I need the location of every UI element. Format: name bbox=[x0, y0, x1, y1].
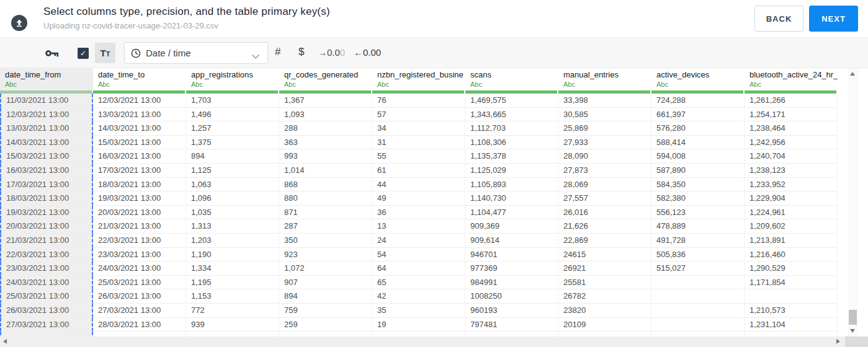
text-type-button[interactable]: Tt bbox=[95, 43, 115, 63]
horizontal-scrollbar[interactable] bbox=[0, 336, 845, 347]
table-cell: 1,140,730 bbox=[465, 191, 558, 206]
table-cell: 582,380 bbox=[651, 191, 745, 206]
table-cell: 16/03/2021 13:00 bbox=[0, 164, 93, 178]
column-name: manual_entries bbox=[563, 70, 651, 79]
currency-type-button[interactable]: $ bbox=[298, 46, 304, 58]
scroll-right-arrow-icon[interactable] bbox=[836, 339, 840, 344]
column-type-toolbar: ✓ Tt Date / time # $ →0.00 ←0.00 bbox=[0, 38, 868, 68]
decrease-decimal-button[interactable]: ←0.00 bbox=[354, 47, 381, 58]
table-cell: 21/03/2021 13:00 bbox=[93, 219, 186, 234]
back-button[interactable]: BACK bbox=[754, 6, 803, 32]
column-header-app_registrations[interactable]: app_registrationsAbc bbox=[186, 68, 279, 94]
scroll-left-arrow-icon[interactable] bbox=[3, 339, 7, 344]
table-cell: 12/03/2021 13:00 bbox=[93, 94, 186, 108]
scroll-down-arrow-icon[interactable] bbox=[850, 329, 855, 333]
table-cell: 984991 bbox=[465, 276, 558, 290]
column-header-date_time_to[interactable]: date_time_toAbc bbox=[93, 68, 186, 94]
table-cell: 28,090 bbox=[558, 149, 651, 164]
vertical-scrollbar-thumb[interactable] bbox=[849, 310, 857, 325]
column-type-badge: Abc bbox=[5, 81, 93, 88]
table-cell bbox=[651, 332, 745, 336]
next-button[interactable]: NEXT bbox=[809, 6, 858, 32]
table-cell: 28,069 bbox=[558, 178, 651, 192]
table-cell: 25,869 bbox=[558, 121, 651, 136]
scroll-up-arrow-icon[interactable] bbox=[850, 72, 855, 76]
table-row: 22/03/2021 13:0023/03/2021 13:001,190923… bbox=[0, 248, 838, 262]
table-cell: 57 bbox=[372, 108, 465, 122]
checkmark-icon: ✓ bbox=[80, 49, 86, 58]
column-header-qr_codes_generated[interactable]: qr_codes_generatedAbc bbox=[279, 68, 372, 94]
column-type-badge: Abc bbox=[284, 81, 372, 88]
table-cell: 14/03/2021 13:00 bbox=[0, 136, 93, 150]
table-cell: 65 bbox=[372, 276, 465, 290]
table-cell: 1,229,904 bbox=[745, 191, 838, 206]
table-cell: 28/03/2021 13:00 bbox=[93, 318, 186, 332]
table-cell: 1008250 bbox=[465, 289, 558, 304]
increase-decimal-button[interactable]: →0.00 bbox=[318, 47, 345, 58]
column-header-nzbn_registered_busine[interactable]: nzbn_registered_busineAbc bbox=[372, 68, 465, 94]
table-cell: 993 bbox=[279, 149, 372, 164]
table-cell: 19/03/2021 13:00 bbox=[93, 191, 186, 206]
table-cell: 20/03/2021 13:00 bbox=[93, 206, 186, 220]
table-cell: 27/03/2021 13:00 bbox=[0, 318, 93, 332]
table-cell: 1,233,952 bbox=[745, 178, 838, 192]
table-cell: 24 bbox=[372, 234, 465, 248]
table-cell: 15/03/2021 13:00 bbox=[93, 136, 186, 150]
column-header-active_devices[interactable]: active_devicesAbc bbox=[651, 68, 745, 94]
table-cell: 1,195 bbox=[186, 276, 279, 290]
table-row: 21/03/2021 13:0022/03/2021 13:001,203350… bbox=[0, 234, 838, 248]
table-cell: 25/03/2021 13:00 bbox=[0, 289, 93, 304]
column-type-badge: Abc bbox=[191, 81, 279, 88]
table-cell: 24615 bbox=[558, 248, 651, 262]
table-cell bbox=[745, 332, 838, 336]
data-table: 11/03/2021 13:0012/03/2021 13:001,7031,3… bbox=[0, 94, 838, 336]
column-type-badge: Abc bbox=[563, 81, 651, 88]
table-cell: 17/03/2021 13:00 bbox=[0, 178, 93, 192]
table-cell: 1,224,961 bbox=[745, 206, 838, 220]
table-cell bbox=[651, 276, 745, 290]
column-type-dropdown[interactable]: Date / time bbox=[124, 42, 268, 64]
table-cell: 64 bbox=[372, 261, 465, 276]
table-cell: 22,869 bbox=[558, 234, 651, 248]
table-cell: 35 bbox=[372, 304, 465, 318]
column-type-badge: Abc bbox=[98, 81, 186, 88]
chevron-down-icon bbox=[251, 51, 260, 62]
table-cell: 49 bbox=[372, 191, 465, 206]
table-cell: 1,190 bbox=[186, 248, 279, 262]
number-type-button[interactable]: # bbox=[275, 46, 280, 58]
table-cell: 1,254,171 bbox=[745, 108, 838, 122]
primary-key-checkbox[interactable]: ✓ bbox=[78, 48, 89, 59]
page-title: Select columns type, precision, and the … bbox=[43, 6, 330, 18]
table-filler-row bbox=[0, 332, 838, 336]
column-header-bluetooth_active_24_hr_[interactable]: bluetooth_active_24_hr_Abc bbox=[745, 68, 838, 94]
increase-decimal-label: →0.0 bbox=[318, 47, 340, 58]
table-cell: 14/03/2021 13:00 bbox=[93, 121, 186, 136]
table-cell: 478,889 bbox=[651, 219, 745, 234]
table-cell: 15/03/2021 13:00 bbox=[0, 149, 93, 164]
table-cell: 25581 bbox=[558, 276, 651, 290]
table-cell: 868 bbox=[279, 178, 372, 192]
table-cell: 1,072 bbox=[279, 261, 372, 276]
clock-icon bbox=[131, 48, 141, 61]
table-cell: 287 bbox=[279, 219, 372, 234]
table-cell bbox=[465, 332, 558, 336]
column-header-scans[interactable]: scansAbc bbox=[465, 68, 558, 94]
table-cell: 515,027 bbox=[651, 261, 745, 276]
table-row: 19/03/2021 13:0020/03/2021 13:001,035871… bbox=[0, 206, 838, 220]
vertical-scrollbar[interactable] bbox=[848, 68, 858, 336]
table-cell: 1,096 bbox=[186, 191, 279, 206]
column-name: date_time_to bbox=[98, 70, 186, 79]
table-row: 24/03/2021 13:0025/03/2021 13:001,195907… bbox=[0, 276, 838, 290]
table-cell: 26/03/2021 13:00 bbox=[93, 289, 186, 304]
table-cell: 20109 bbox=[558, 318, 651, 332]
table-cell: 76 bbox=[372, 94, 465, 108]
table-cell: 1,125,029 bbox=[465, 164, 558, 178]
column-header-manual_entries[interactable]: manual_entriesAbc bbox=[558, 68, 651, 94]
table-cell: 17/03/2021 13:00 bbox=[93, 164, 186, 178]
table-cell: 1,367 bbox=[279, 94, 372, 108]
table-cell: 23/03/2021 13:00 bbox=[0, 261, 93, 276]
table-cell: 1,242,956 bbox=[745, 136, 838, 150]
column-header-date_time_from[interactable]: date_time_fromAbc bbox=[0, 68, 93, 94]
table-cell: 894 bbox=[186, 149, 279, 164]
table-cell: 588,414 bbox=[651, 136, 745, 150]
